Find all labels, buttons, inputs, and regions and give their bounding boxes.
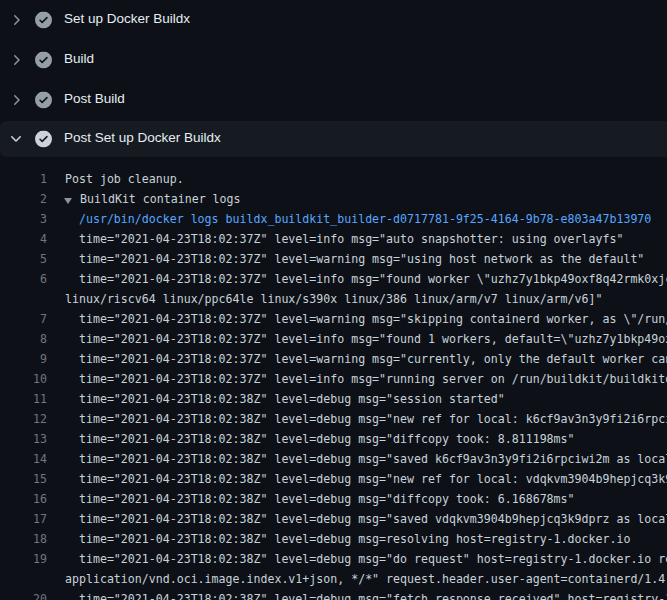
chevron-right-icon bbox=[8, 92, 24, 108]
line-number[interactable]: 16 bbox=[0, 489, 47, 509]
log-line: 11 time="2021-04-23T18:02:38Z" level=deb… bbox=[0, 389, 667, 409]
step-row-post-build[interactable]: Post Build bbox=[0, 80, 667, 120]
line-text: time="2021-04-23T18:02:38Z" level=debug … bbox=[65, 449, 667, 469]
line-text: time="2021-04-23T18:02:37Z" level=warnin… bbox=[65, 309, 667, 329]
line-number[interactable]: 20 bbox=[0, 589, 47, 600]
line-number[interactable]: 17 bbox=[0, 509, 47, 529]
chevron-right-icon bbox=[8, 12, 24, 28]
line-number[interactable]: 1 bbox=[0, 169, 47, 189]
line-number[interactable]: 18 bbox=[0, 529, 47, 549]
line-number[interactable]: 15 bbox=[0, 469, 47, 489]
line-text: application/vnd.oci.image.index.v1+json,… bbox=[65, 569, 667, 589]
log-line: 19 time="2021-04-23T18:02:38Z" level=deb… bbox=[0, 549, 667, 569]
line-text: time="2021-04-23T18:02:37Z" level=info m… bbox=[65, 329, 667, 349]
log-line: 17 time="2021-04-23T18:02:38Z" level=deb… bbox=[0, 509, 667, 529]
line-text: linux/riscv64 linux/ppc64le linux/s390x … bbox=[65, 289, 602, 309]
log-line: 13 time="2021-04-23T18:02:38Z" level=deb… bbox=[0, 429, 667, 449]
line-text: time="2021-04-23T18:02:38Z" level=debug … bbox=[65, 489, 575, 509]
step-list: Set up Docker BuildxBuildPost BuildPost … bbox=[0, 0, 667, 157]
chevron-down-icon bbox=[8, 131, 24, 147]
step-name: Set up Docker Buildx bbox=[64, 11, 190, 26]
line-number[interactable]: 4 bbox=[0, 229, 47, 249]
log-line: 20 time="2021-04-23T18:02:38Z" level=deb… bbox=[0, 589, 667, 600]
log-line: 6 time="2021-04-23T18:02:37Z" level=info… bbox=[0, 269, 667, 289]
line-number[interactable]: 13 bbox=[0, 429, 47, 449]
line-number[interactable]: 5 bbox=[0, 249, 47, 269]
line-number[interactable]: 8 bbox=[0, 329, 47, 349]
step-name: Post Build bbox=[64, 91, 125, 106]
log-line: 10 time="2021-04-23T18:02:37Z" level=inf… bbox=[0, 369, 667, 389]
line-number[interactable]: 9 bbox=[0, 349, 47, 369]
line-text: time="2021-04-23T18:02:38Z" level=debug … bbox=[65, 529, 630, 549]
step-row-post-set-up-docker-buildx[interactable]: Post Set up Docker Buildx bbox=[0, 121, 667, 157]
disclosure-triangle-icon bbox=[65, 189, 80, 209]
line-number[interactable]: 6 bbox=[0, 269, 47, 289]
step-row-set-up-docker-buildx[interactable]: Set up Docker Buildx bbox=[0, 0, 667, 40]
line-text: /usr/bin/docker logs buildx_buildkit_bui… bbox=[65, 209, 651, 229]
check-circle-icon bbox=[35, 92, 52, 109]
line-text: time="2021-04-23T18:02:38Z" level=debug … bbox=[65, 589, 667, 600]
log-line: 18 time="2021-04-23T18:02:38Z" level=deb… bbox=[0, 529, 667, 549]
line-text: time="2021-04-23T18:02:37Z" level=info m… bbox=[65, 229, 623, 249]
line-text[interactable]: BuildKit container logs bbox=[65, 189, 241, 209]
line-number[interactable]: 11 bbox=[0, 389, 47, 409]
line-text: time="2021-04-23T18:02:38Z" level=debug … bbox=[65, 549, 667, 569]
line-number[interactable]: 14 bbox=[0, 449, 47, 469]
line-text: time="2021-04-23T18:02:38Z" level=debug … bbox=[65, 429, 575, 449]
step-name: Post Set up Docker Buildx bbox=[64, 130, 221, 145]
line-text: time="2021-04-23T18:02:37Z" level=warnin… bbox=[65, 249, 644, 269]
line-number[interactable]: 10 bbox=[0, 369, 47, 389]
line-number[interactable]: 12 bbox=[0, 409, 47, 429]
line-number[interactable]: 7 bbox=[0, 309, 47, 329]
chevron-right-icon bbox=[8, 52, 24, 68]
line-text: time="2021-04-23T18:02:38Z" level=debug … bbox=[65, 469, 667, 489]
log-line: 12 time="2021-04-23T18:02:38Z" level=deb… bbox=[0, 409, 667, 429]
check-circle-icon bbox=[35, 52, 52, 69]
line-text: time="2021-04-23T18:02:38Z" level=debug … bbox=[65, 509, 667, 529]
step-row-build[interactable]: Build bbox=[0, 40, 667, 80]
line-text: time="2021-04-23T18:02:38Z" level=debug … bbox=[65, 389, 505, 409]
log-area: 1Post job cleanup.2BuildKit container lo… bbox=[0, 160, 667, 600]
line-text: time="2021-04-23T18:02:37Z" level=info m… bbox=[65, 269, 667, 289]
log-line: 7 time="2021-04-23T18:02:37Z" level=warn… bbox=[0, 309, 667, 329]
line-text: time="2021-04-23T18:02:37Z" level=info m… bbox=[65, 369, 667, 389]
log-line: 9 time="2021-04-23T18:02:37Z" level=warn… bbox=[0, 349, 667, 369]
line-number[interactable]: 2 bbox=[0, 189, 47, 209]
log-line: 5 time="2021-04-23T18:02:37Z" level=warn… bbox=[0, 249, 667, 269]
log-line-continuation: linux/riscv64 linux/ppc64le linux/s390x … bbox=[0, 289, 667, 309]
check-circle-icon bbox=[35, 131, 52, 148]
line-number[interactable]: 3 bbox=[0, 209, 47, 229]
log-line: 14 time="2021-04-23T18:02:38Z" level=deb… bbox=[0, 449, 667, 469]
log-line: 3 /usr/bin/docker logs buildx_buildkit_b… bbox=[0, 209, 667, 229]
check-circle-icon bbox=[35, 12, 52, 29]
step-name: Build bbox=[64, 51, 94, 66]
line-text: Post job cleanup. bbox=[65, 169, 184, 189]
log-line: 4 time="2021-04-23T18:02:37Z" level=info… bbox=[0, 229, 667, 249]
log-line: 1Post job cleanup. bbox=[0, 169, 667, 189]
log-line: 16 time="2021-04-23T18:02:38Z" level=deb… bbox=[0, 489, 667, 509]
line-number[interactable]: 19 bbox=[0, 549, 47, 569]
line-text: time="2021-04-23T18:02:38Z" level=debug … bbox=[65, 409, 667, 429]
triangle-shape bbox=[64, 198, 72, 204]
log-line: 2BuildKit container logs bbox=[0, 189, 667, 209]
log-line: 15 time="2021-04-23T18:02:38Z" level=deb… bbox=[0, 469, 667, 489]
log-line: 8 time="2021-04-23T18:02:37Z" level=info… bbox=[0, 329, 667, 349]
actions-log-viewer: Set up Docker BuildxBuildPost BuildPost … bbox=[0, 0, 667, 600]
line-text: time="2021-04-23T18:02:37Z" level=warnin… bbox=[65, 349, 667, 369]
log-line-continuation: application/vnd.oci.image.index.v1+json,… bbox=[0, 569, 667, 589]
